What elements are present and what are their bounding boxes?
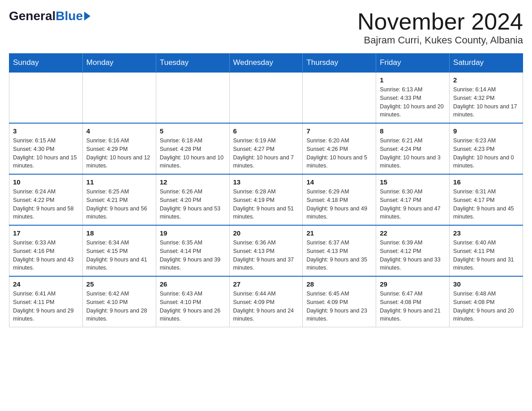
- day-info: Sunrise: 6:39 AM Sunset: 4:12 PM Dayligh…: [380, 239, 446, 272]
- day-info: Sunrise: 6:28 AM Sunset: 4:19 PM Dayligh…: [233, 188, 299, 221]
- calendar-day-header: Monday: [82, 54, 156, 73]
- calendar-day-cell: 14Sunrise: 6:29 AM Sunset: 4:18 PM Dayli…: [303, 174, 376, 225]
- page-subtitle: Bajram Curri, Kukes County, Albania: [357, 34, 523, 46]
- calendar-header-row: SundayMondayTuesdayWednesdayThursdayFrid…: [9, 54, 523, 73]
- day-info: Sunrise: 6:19 AM Sunset: 4:27 PM Dayligh…: [233, 137, 299, 170]
- day-info: Sunrise: 6:18 AM Sunset: 4:28 PM Dayligh…: [160, 137, 226, 170]
- day-info: Sunrise: 6:37 AM Sunset: 4:13 PM Dayligh…: [306, 239, 372, 272]
- calendar-day-cell: 11Sunrise: 6:25 AM Sunset: 4:21 PM Dayli…: [82, 174, 156, 225]
- day-info: Sunrise: 6:41 AM Sunset: 4:11 PM Dayligh…: [13, 290, 79, 323]
- day-info: Sunrise: 6:43 AM Sunset: 4:10 PM Dayligh…: [160, 290, 226, 323]
- calendar-day-cell: 28Sunrise: 6:45 AM Sunset: 4:09 PM Dayli…: [303, 276, 376, 327]
- calendar-day-cell: [156, 72, 229, 123]
- day-info: Sunrise: 6:36 AM Sunset: 4:13 PM Dayligh…: [233, 239, 299, 272]
- day-info: Sunrise: 6:16 AM Sunset: 4:29 PM Dayligh…: [86, 137, 152, 170]
- day-number: 10: [13, 178, 79, 186]
- day-number: 26: [160, 280, 226, 288]
- day-number: 8: [380, 127, 446, 135]
- day-number: 15: [380, 178, 446, 186]
- day-info: Sunrise: 6:24 AM Sunset: 4:22 PM Dayligh…: [13, 188, 79, 221]
- day-number: 19: [160, 229, 226, 237]
- day-number: 7: [306, 127, 372, 135]
- calendar-day-cell: 18Sunrise: 6:34 AM Sunset: 4:15 PM Dayli…: [82, 225, 156, 276]
- calendar-week-row: 10Sunrise: 6:24 AM Sunset: 4:22 PM Dayli…: [9, 174, 523, 225]
- day-info: Sunrise: 6:30 AM Sunset: 4:17 PM Dayligh…: [380, 188, 446, 221]
- day-number: 13: [233, 178, 299, 186]
- day-number: 22: [380, 229, 446, 237]
- day-info: Sunrise: 6:13 AM Sunset: 4:33 PM Dayligh…: [380, 86, 446, 119]
- calendar-day-cell: 6Sunrise: 6:19 AM Sunset: 4:27 PM Daylig…: [229, 123, 303, 174]
- calendar-day-header: Thursday: [303, 54, 376, 73]
- calendar-week-row: 3Sunrise: 6:15 AM Sunset: 4:30 PM Daylig…: [9, 123, 523, 174]
- day-number: 6: [233, 127, 299, 135]
- calendar-day-header: Friday: [376, 54, 450, 73]
- calendar-day-cell: 3Sunrise: 6:15 AM Sunset: 4:30 PM Daylig…: [9, 123, 83, 174]
- day-info: Sunrise: 6:44 AM Sunset: 4:09 PM Dayligh…: [233, 290, 299, 323]
- calendar-day-cell: [303, 72, 376, 123]
- day-info: Sunrise: 6:45 AM Sunset: 4:09 PM Dayligh…: [306, 290, 372, 323]
- calendar-day-cell: 24Sunrise: 6:41 AM Sunset: 4:11 PM Dayli…: [9, 276, 83, 327]
- calendar-day-cell: 4Sunrise: 6:16 AM Sunset: 4:29 PM Daylig…: [82, 123, 156, 174]
- day-info: Sunrise: 6:47 AM Sunset: 4:08 PM Dayligh…: [380, 290, 446, 323]
- calendar-day-cell: 7Sunrise: 6:20 AM Sunset: 4:26 PM Daylig…: [303, 123, 376, 174]
- day-number: 12: [160, 178, 226, 186]
- page-title: November 2024: [357, 9, 523, 34]
- day-number: 23: [453, 229, 519, 237]
- calendar-day-cell: 12Sunrise: 6:26 AM Sunset: 4:20 PM Dayli…: [156, 174, 229, 225]
- day-number: 17: [13, 229, 79, 237]
- calendar-day-cell: 29Sunrise: 6:47 AM Sunset: 4:08 PM Dayli…: [376, 276, 450, 327]
- day-number: 25: [86, 280, 152, 288]
- calendar-day-cell: [9, 72, 83, 123]
- calendar-day-cell: [229, 72, 303, 123]
- calendar-day-cell: 26Sunrise: 6:43 AM Sunset: 4:10 PM Dayli…: [156, 276, 229, 327]
- calendar-day-cell: 20Sunrise: 6:36 AM Sunset: 4:13 PM Dayli…: [229, 225, 303, 276]
- calendar-day-cell: 27Sunrise: 6:44 AM Sunset: 4:09 PM Dayli…: [229, 276, 303, 327]
- day-number: 3: [13, 127, 79, 135]
- day-number: 24: [13, 280, 79, 288]
- day-number: 4: [86, 127, 152, 135]
- calendar-day-header: Wednesday: [229, 54, 303, 73]
- calendar-table: SundayMondayTuesdayWednesdayThursdayFrid…: [9, 53, 523, 327]
- day-number: 21: [306, 229, 372, 237]
- calendar-day-header: Sunday: [9, 54, 83, 73]
- day-info: Sunrise: 6:15 AM Sunset: 4:30 PM Dayligh…: [13, 137, 79, 170]
- day-number: 16: [453, 178, 519, 186]
- calendar-day-cell: 8Sunrise: 6:21 AM Sunset: 4:24 PM Daylig…: [376, 123, 450, 174]
- day-number: 30: [453, 280, 519, 288]
- logo-blue-text: Blue: [56, 9, 83, 23]
- calendar-day-cell: 22Sunrise: 6:39 AM Sunset: 4:12 PM Dayli…: [376, 225, 450, 276]
- calendar-day-cell: 1Sunrise: 6:13 AM Sunset: 4:33 PM Daylig…: [376, 72, 450, 123]
- logo-triangle-icon: [84, 12, 90, 21]
- day-number: 28: [306, 280, 372, 288]
- day-number: 2: [453, 76, 519, 84]
- day-info: Sunrise: 6:40 AM Sunset: 4:11 PM Dayligh…: [453, 239, 519, 272]
- day-info: Sunrise: 6:42 AM Sunset: 4:10 PM Dayligh…: [86, 290, 152, 323]
- title-section: November 2024 Bajram Curri, Kukes County…: [357, 9, 523, 46]
- calendar-day-header: Saturday: [450, 54, 523, 73]
- day-info: Sunrise: 6:20 AM Sunset: 4:26 PM Dayligh…: [306, 137, 372, 170]
- calendar-day-cell: 15Sunrise: 6:30 AM Sunset: 4:17 PM Dayli…: [376, 174, 450, 225]
- day-number: 20: [233, 229, 299, 237]
- calendar-day-cell: [82, 72, 156, 123]
- day-info: Sunrise: 6:48 AM Sunset: 4:08 PM Dayligh…: [453, 290, 519, 323]
- day-info: Sunrise: 6:29 AM Sunset: 4:18 PM Dayligh…: [306, 188, 372, 221]
- day-number: 11: [86, 178, 152, 186]
- calendar-week-row: 24Sunrise: 6:41 AM Sunset: 4:11 PM Dayli…: [9, 276, 523, 327]
- calendar-day-cell: 9Sunrise: 6:23 AM Sunset: 4:23 PM Daylig…: [450, 123, 523, 174]
- calendar-day-cell: 23Sunrise: 6:40 AM Sunset: 4:11 PM Dayli…: [450, 225, 523, 276]
- day-info: Sunrise: 6:33 AM Sunset: 4:16 PM Dayligh…: [13, 239, 79, 272]
- day-number: 5: [160, 127, 226, 135]
- calendar-day-cell: 5Sunrise: 6:18 AM Sunset: 4:28 PM Daylig…: [156, 123, 229, 174]
- day-info: Sunrise: 6:21 AM Sunset: 4:24 PM Dayligh…: [380, 137, 446, 170]
- day-number: 1: [380, 76, 446, 84]
- calendar-day-cell: 19Sunrise: 6:35 AM Sunset: 4:14 PM Dayli…: [156, 225, 229, 276]
- day-number: 18: [86, 229, 152, 237]
- day-info: Sunrise: 6:25 AM Sunset: 4:21 PM Dayligh…: [86, 188, 152, 221]
- calendar-week-row: 1Sunrise: 6:13 AM Sunset: 4:33 PM Daylig…: [9, 72, 523, 123]
- day-info: Sunrise: 6:23 AM Sunset: 4:23 PM Dayligh…: [453, 137, 519, 170]
- logo-general-text: General: [9, 9, 56, 23]
- calendar-day-cell: 30Sunrise: 6:48 AM Sunset: 4:08 PM Dayli…: [450, 276, 523, 327]
- calendar-week-row: 17Sunrise: 6:33 AM Sunset: 4:16 PM Dayli…: [9, 225, 523, 276]
- day-number: 29: [380, 280, 446, 288]
- logo: General Blue: [9, 9, 90, 23]
